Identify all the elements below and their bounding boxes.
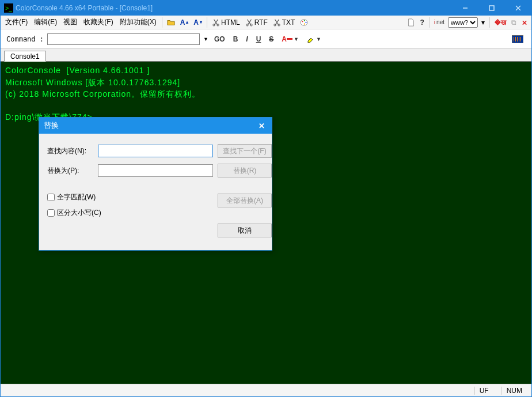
replace-all-button[interactable]: 全部替换(A)	[218, 194, 272, 207]
palette-icon[interactable]	[298, 18, 310, 27]
command-input[interactable]	[47, 33, 200, 45]
replace-button[interactable]: 替换(R)	[218, 164, 272, 177]
separator	[207, 17, 207, 28]
bold-button[interactable]: B	[231, 34, 241, 44]
italic-button[interactable]: I	[244, 34, 250, 44]
font-color-button[interactable]: A▼	[279, 34, 301, 44]
window-title: ColorConsole 4.66 x64 Portable - [Consol…	[16, 4, 452, 12]
find-label: 查找内容(N):	[47, 146, 93, 156]
svg-rect-1	[489, 6, 494, 10]
txt-label: TXT	[282, 18, 295, 27]
svg-point-13	[306, 21, 307, 22]
menu-file[interactable]: 文件(F)	[3, 16, 30, 28]
whole-word-checkbox[interactable]: 全字匹配(W)	[47, 192, 213, 202]
html-label: HTML	[221, 18, 240, 27]
maximize-button[interactable]	[478, 1, 505, 16]
cut-txt-icon[interactable]: TXT	[271, 18, 297, 27]
font-smaller-icon[interactable]: A▾	[192, 18, 204, 27]
close-button[interactable]	[505, 1, 531, 16]
close-tab-icon[interactable]: ⨯	[520, 18, 529, 27]
svg-point-14	[304, 23, 305, 24]
command-toolbar: Command : ▼ GO B I U S A▼ ▼	[1, 29, 531, 49]
replace-label: 替换为(P):	[47, 166, 93, 176]
close-tab-red-icon[interactable]: �ख	[493, 18, 508, 27]
window-buttons	[452, 1, 531, 16]
go-button[interactable]: GO	[212, 34, 227, 44]
cut-rtf-icon[interactable]: RTF	[244, 18, 269, 27]
find-next-button[interactable]: 查找下一个(F)	[218, 144, 272, 158]
dialog-close-icon[interactable]: ✕	[256, 122, 267, 130]
tabbar: Console1	[1, 49, 531, 62]
find-input[interactable]	[98, 145, 213, 157]
strike-button[interactable]: S	[267, 34, 276, 44]
dialog-checkboxes: 全字匹配(W) 区分大小写(C)	[47, 192, 213, 218]
menu-edit[interactable]: 编辑(E)	[32, 16, 59, 28]
svg-point-12	[304, 20, 305, 21]
chevron-down-icon[interactable]: ▾	[480, 18, 487, 27]
whole-word-label: 全字匹配(W)	[57, 192, 96, 202]
app-icon: >_	[4, 3, 13, 13]
copy-tab-icon[interactable]: ⧉	[510, 18, 518, 27]
console-line: ColorConsole [Version 4.66.1001 ]	[5, 66, 150, 75]
status-uf: UF	[474, 387, 493, 395]
keyboard-icon[interactable]	[510, 34, 526, 44]
dialog-title: 替换	[44, 120, 59, 131]
open-icon[interactable]	[165, 18, 177, 27]
www-select[interactable]: www?	[448, 17, 478, 28]
separator	[162, 17, 162, 28]
tab-console1[interactable]: Console1	[4, 51, 46, 62]
status-num: NUM	[501, 387, 527, 395]
separator	[429, 17, 430, 28]
underline-button[interactable]: U	[254, 34, 264, 44]
console-line: Microsoft Windows [版本 10.0.17763.1294]	[5, 78, 180, 87]
replace-dialog: 替换 ✕ 查找内容(N): 查找下一个(F) 替换为(P): 替换(R) 全字匹…	[39, 117, 272, 251]
statusbar: UF NUM	[1, 384, 531, 396]
cancel-button[interactable]: 取消	[218, 224, 272, 237]
match-case-label: 区分大小写(C)	[57, 208, 101, 218]
highlight-button[interactable]: ▼	[305, 34, 324, 44]
menubar: 文件(F) 编辑(E) 视图 收藏夹(F) 附加功能(X) A▴ A▾ HTML…	[1, 16, 531, 29]
cut-html-icon[interactable]: HTML	[210, 18, 242, 27]
new-doc-icon[interactable]	[405, 18, 417, 27]
minimize-button[interactable]	[452, 1, 478, 16]
titlebar: >_ ColorConsole 4.66 x64 Portable - [Con…	[1, 1, 531, 16]
rtf-label: RTF	[254, 18, 268, 27]
menu-favorites[interactable]: 收藏夹(F)	[81, 16, 115, 28]
separator	[489, 17, 490, 28]
font-bigger-icon[interactable]: A▴	[178, 18, 191, 27]
menu-extras[interactable]: 附加功能(X)	[117, 16, 159, 28]
help-icon[interactable]: ?	[419, 18, 426, 27]
inet-icon[interactable]: inet	[432, 18, 446, 26]
command-label: Command :	[6, 35, 44, 43]
dialog-titlebar: 替换 ✕	[39, 118, 272, 134]
console-line: (c) 2018 Microsoft Corporation。保留所有权利。	[5, 89, 200, 99]
menu-view[interactable]: 视图	[61, 16, 79, 28]
svg-point-11	[302, 21, 303, 22]
match-case-checkbox[interactable]: 区分大小写(C)	[47, 208, 213, 218]
replace-input[interactable]	[98, 164, 213, 177]
